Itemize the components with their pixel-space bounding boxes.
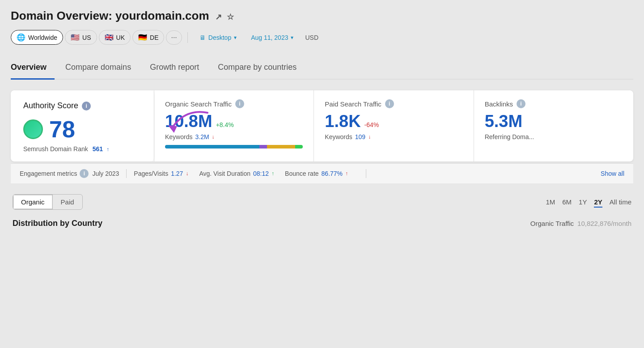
organic-traffic-monthly-value: 10,822,876/month xyxy=(577,220,631,227)
favorite-icon[interactable]: ☆ xyxy=(227,13,234,21)
engagement-separator-2 xyxy=(366,169,366,178)
external-link-icon[interactable]: ↗ xyxy=(215,13,222,21)
organic-traffic-keywords: Keywords 3.2M ↓ xyxy=(165,133,303,140)
rank-value: 561 xyxy=(93,145,103,153)
time-1m-button[interactable]: 1M xyxy=(546,196,555,208)
us-label: US xyxy=(82,34,91,41)
traffic-progress-bar xyxy=(165,145,303,149)
keywords-value: 3.2M xyxy=(195,133,209,140)
paid-traffic-info-icon[interactable]: i xyxy=(385,99,394,108)
uk-flag-icon: 🇬🇧 xyxy=(105,33,114,42)
stats-cards-row: Authority Score i 78 Semrush Domain Rank… xyxy=(11,90,633,161)
backlinks-card: Backlinks i 5.3M Referring Doma... xyxy=(474,90,633,161)
page-header: Domain Overview: yourdomain.com ↗ ☆ 🌐 Wo… xyxy=(11,9,633,45)
avg-visit-label: Avg. Visit Duration xyxy=(199,170,250,177)
paid-toggle-button[interactable]: Paid xyxy=(53,195,82,209)
bounce-rate-metric: Bounce rate 86.77% ↑ xyxy=(285,170,348,177)
us-flag-icon: 🇺🇸 xyxy=(71,33,80,42)
paid-traffic-change: -64% xyxy=(364,121,379,128)
bounce-rate-label: Bounce rate xyxy=(285,170,319,177)
page-title: Domain Overview: yourdomain.com ↗ ☆ xyxy=(11,9,633,23)
device-selector-button[interactable]: 🖥 Desktop ▾ xyxy=(193,31,243,44)
paid-traffic-label: Paid Search Traffic xyxy=(325,100,381,108)
domain-name: yourdomain.com xyxy=(115,9,209,22)
engagement-date: July 2023 xyxy=(92,170,119,177)
us-filter-button[interactable]: 🇺🇸 US xyxy=(65,30,97,45)
stats-section: Authority Score i 78 Semrush Domain Rank… xyxy=(11,90,633,161)
date-label: Aug 11, 2023 xyxy=(251,34,288,41)
semrush-rank: Semrush Domain Rank 561 ↑ xyxy=(23,145,141,153)
title-prefix: Domain Overview: xyxy=(11,9,115,22)
paid-traffic-value: 1.8K xyxy=(325,113,360,130)
backlinks-label: Backlinks xyxy=(485,100,513,108)
organic-traffic-label: Organic Search Traffic xyxy=(165,100,232,108)
paid-traffic-title-row: Paid Search Traffic i xyxy=(325,99,462,108)
pages-visits-value: 1.27 xyxy=(171,170,183,177)
backlinks-title-row: Backlinks i xyxy=(485,99,623,108)
tab-overview[interactable]: Overview xyxy=(11,57,55,80)
tab-compare-domains[interactable]: Compare domains xyxy=(65,57,139,80)
keywords-arrow-icon: ↓ xyxy=(212,134,215,140)
avg-visit-arrow-icon: ↑ xyxy=(271,170,274,177)
authority-circle-indicator xyxy=(23,119,43,139)
referring-domains: Referring Doma... xyxy=(485,133,623,140)
organic-traffic-title-row: Organic Search Traffic i xyxy=(165,99,303,108)
referring-domains-label: Referring Doma... xyxy=(485,133,534,140)
time-alltime-button[interactable]: All time xyxy=(610,196,631,208)
authority-value-row: 78 xyxy=(23,118,141,141)
uk-filter-button[interactable]: 🇬🇧 UK xyxy=(99,30,131,45)
uk-label: UK xyxy=(116,34,125,41)
pb-purple-segment xyxy=(259,145,267,149)
globe-icon: 🌐 xyxy=(17,33,25,42)
pb-green-segment xyxy=(295,145,303,149)
authority-card-title: Authority Score i xyxy=(23,101,141,110)
distribution-title: Distribution by Country xyxy=(13,219,102,228)
keywords-label: Keywords xyxy=(165,133,192,140)
de-label: DE xyxy=(150,34,158,41)
date-selector-button[interactable]: Aug 11, 2023 ▾ xyxy=(245,31,300,44)
pages-visits-label: Pages/Visits xyxy=(134,170,168,177)
de-filter-button[interactable]: 🇩🇪 DE xyxy=(132,30,164,45)
organic-traffic-change: +8.4% xyxy=(216,121,234,128)
filter-bar: 🌐 Worldwide 🇺🇸 US 🇬🇧 UK 🇩🇪 DE ··· 🖥 Desk… xyxy=(11,30,633,45)
paid-traffic-keywords: Keywords 109 ↓ xyxy=(325,133,462,140)
organic-traffic-info-icon[interactable]: i xyxy=(235,99,244,108)
paid-keywords-label: Keywords xyxy=(325,133,352,140)
filter-separator xyxy=(187,32,188,43)
time-range-controls: 1M 6M 1Y 2Y All time xyxy=(546,196,631,208)
backlinks-value: 5.3M xyxy=(485,113,522,130)
engagement-metrics-bar: Engagement metrics i July 2023 Pages/Vis… xyxy=(11,163,633,183)
rank-label: Semrush Domain Rank xyxy=(23,145,88,153)
chart-controls: Organic Paid 1M 6M 1Y 2Y All time xyxy=(13,194,631,210)
tab-growth-report[interactable]: Growth report xyxy=(150,57,207,80)
currency-label: USD xyxy=(305,34,318,41)
paid-keywords-arrow-icon: ↓ xyxy=(368,134,371,140)
time-2y-button[interactable]: 2Y xyxy=(594,196,602,208)
authority-score-value: 78 xyxy=(49,118,75,141)
engagement-info-icon[interactable]: i xyxy=(80,169,89,178)
pb-blue-segment xyxy=(165,145,259,149)
date-chevron-icon: ▾ xyxy=(291,34,293,41)
engagement-text: Engagement metrics xyxy=(20,170,77,177)
engagement-separator xyxy=(126,169,127,178)
organic-paid-toggle: Organic Paid xyxy=(13,194,83,210)
pb-yellow-segment xyxy=(267,145,295,149)
backlinks-info-icon[interactable]: i xyxy=(517,99,525,108)
pages-visits-metric: Pages/Visits 1.27 ↓ xyxy=(134,170,188,177)
pages-visits-arrow-icon: ↓ xyxy=(186,170,188,177)
tabs-bar: Overview Compare domains Growth report C… xyxy=(11,57,633,80)
show-all-button[interactable]: Show all xyxy=(601,170,624,177)
bottom-section: Organic Paid 1M 6M 1Y 2Y All time Distri… xyxy=(11,194,633,228)
paid-keywords-value: 109 xyxy=(355,133,365,140)
organic-traffic-info: Organic Traffic 10,822,876/month xyxy=(530,220,631,227)
organic-toggle-button[interactable]: Organic xyxy=(13,195,53,209)
authority-info-icon[interactable]: i xyxy=(82,102,91,110)
tab-compare-countries[interactable]: Compare by countries xyxy=(218,57,305,80)
worldwide-filter-button[interactable]: 🌐 Worldwide xyxy=(11,30,63,45)
paid-traffic-value-row: 1.8K -64% xyxy=(325,113,462,130)
time-6m-button[interactable]: 6M xyxy=(562,196,572,208)
more-regions-button[interactable]: ··· xyxy=(166,30,182,45)
time-1y-button[interactable]: 1Y xyxy=(579,196,587,208)
worldwide-label: Worldwide xyxy=(28,34,57,41)
organic-traffic-label: Organic Traffic xyxy=(530,220,574,227)
